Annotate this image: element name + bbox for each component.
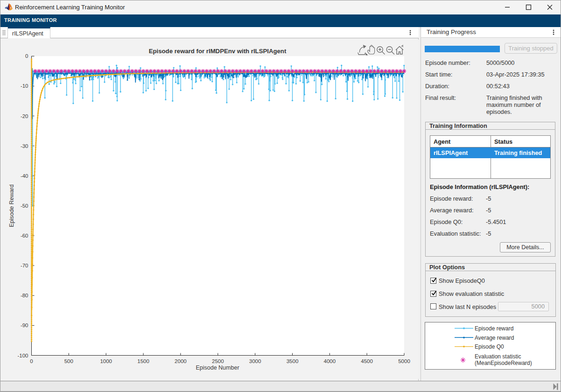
svg-text:0: 0 — [25, 53, 28, 59]
svg-text:4000: 4000 — [324, 358, 336, 364]
svg-text:-60: -60 — [21, 233, 28, 238]
svg-text:Episode Q0: Episode Q0 — [475, 343, 504, 350]
svg-text:500: 500 — [64, 358, 73, 364]
svg-text:-100: -100 — [17, 353, 28, 358]
svg-text:-20: -20 — [21, 113, 28, 119]
svg-text:2500: 2500 — [212, 358, 224, 364]
svg-text:3000: 3000 — [249, 358, 261, 364]
svg-text:5000: 5000 — [398, 358, 410, 364]
svg-text:3500: 3500 — [287, 358, 299, 364]
svg-text:-10: -10 — [21, 83, 28, 89]
svg-text:(MeanEpisodeReward): (MeanEpisodeReward) — [475, 360, 532, 366]
svg-text:-30: -30 — [21, 143, 28, 149]
svg-text:-90: -90 — [21, 322, 28, 328]
svg-text:2000: 2000 — [175, 358, 187, 364]
svg-text:1500: 1500 — [137, 358, 149, 364]
svg-text:Episode reward for rIMDPEnv wi: Episode reward for rIMDPEnv with rILSPIA… — [149, 48, 287, 55]
svg-text:4500: 4500 — [361, 358, 373, 364]
svg-text:-80: -80 — [21, 293, 28, 298]
svg-text:Evaluation statistic: Evaluation statistic — [475, 353, 521, 360]
svg-text:Average reward: Average reward — [475, 335, 514, 341]
svg-text:1000: 1000 — [100, 358, 112, 364]
svg-text:0: 0 — [30, 358, 33, 364]
svg-text:-40: -40 — [21, 173, 28, 179]
svg-text:-70: -70 — [21, 263, 28, 268]
svg-text:Episode Reward: Episode Reward — [8, 184, 15, 227]
svg-text:Episode Number: Episode Number — [196, 364, 239, 371]
svg-text:-50: -50 — [21, 203, 28, 209]
svg-text:Episode reward: Episode reward — [475, 325, 513, 332]
